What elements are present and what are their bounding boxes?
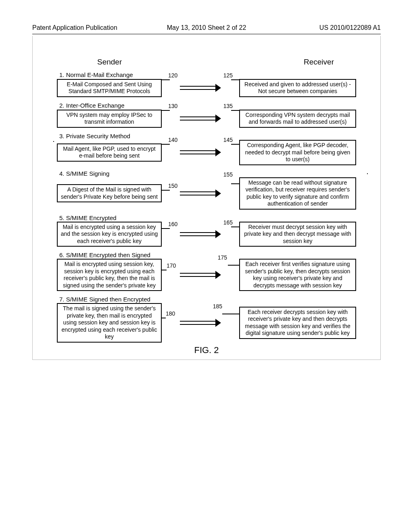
speck-icon [53,141,54,142]
row-1-receiver-box: Received and given to addressed user(s) … [239,79,356,97]
row-3-sender-ref: 140 [168,137,177,143]
arrow-icon [162,84,239,92]
row-7-sender-box: The mail is signed using the sender's pr… [57,303,162,343]
header-right: US 2010/0122089 A1 [265,24,381,31]
row-4-sender-box: A Digest of the Mail is signed with send… [57,184,162,202]
row-5-receiver-ref: 165 [223,219,233,226]
sender-heading: Sender [97,58,122,66]
arrow-icon [162,319,239,327]
row-1-sender-box: E-Mail Composed and Sent Using Standard … [57,79,162,97]
page-header: Patent Application Publication May 13, 2… [32,24,381,34]
row-7-receiver-ref: 185 [213,303,222,310]
row-4-connector: 150 155 [162,184,239,203]
row-1-connector: 120 125 [162,79,239,97]
row-1-receiver-ref: 125 [223,72,233,79]
row-6-sender-box: Mail is encrypted using session key, ses… [57,259,162,291]
row-3: 3. Private Security Method Mail Agent, l… [57,133,356,165]
speck-icon [367,173,368,174]
row-4-receiver-ref: 155 [223,171,233,178]
row-2-receiver-box: Corresponding VPN system decrypts mail a… [239,110,356,128]
row-6-receiver-ref: 175 [218,254,227,261]
row-1-title: 1. Normal E-Mail Exchange [59,71,356,78]
row-4-receiver-box: Message can be read without signature ve… [239,177,356,210]
row-2-sender-ref: 130 [168,103,177,109]
row-6-title: 6. S/MIME Encrypted then Signed [59,251,356,258]
row-7-sender-ref: 180 [166,310,175,317]
row-1: 1. Normal E-Mail Exchange E-Mail Compose… [57,71,356,97]
row-2-connector: 130 135 [162,109,239,128]
row-2-title: 2. Inter-Office Exchange [59,102,356,109]
arrow-icon [162,148,239,156]
row-5-connector: 160 165 [162,225,239,243]
lead-line-icon [228,260,240,266]
row-2-sender-box: VPN system may employ IPSec to transmit … [57,110,162,128]
row-4: 4. S/MIME Signing A Digest of the Mail i… [57,170,356,210]
arrow-icon [162,114,239,123]
row-1-sender-ref: 120 [168,72,177,79]
row-3-title: 3. Private Security Method [59,133,356,139]
row-7-connector: 180 185 [162,314,239,332]
figure-caption: FIG. 2 [57,345,356,355]
row-3-connector: 140 145 [162,143,239,162]
header-mid: May 13, 2010 Sheet 2 of 22 [148,24,265,31]
row-3-receiver-ref: 145 [223,137,233,143]
arrow-icon [162,189,239,197]
row-3-receiver-box: Corresponding Agent, like PGP decoder, n… [239,140,356,165]
header-left: Patent Application Publication [32,24,148,31]
row-5-title: 5. S/MIME Encrypted [59,214,356,221]
row-2-receiver-ref: 135 [223,103,233,109]
row-2: 2. Inter-Office Exchange VPN system may … [57,102,356,128]
lead-line-icon [231,179,240,184]
row-7: 7. S/MIME Signed then Encrypted The mail… [57,296,356,343]
row-7-receiver-box: Each receiver decrypts session key with … [239,307,356,339]
row-6-sender-ref: 170 [167,262,176,269]
row-5-sender-ref: 160 [168,221,177,227]
row-5-receiver-box: Receiver must decrypt session key with p… [239,222,356,247]
patent-page: Patent Application Publication May 13, 2… [0,0,413,532]
arrow-icon [162,271,239,279]
row-4-title: 4. S/MIME Signing [59,170,356,177]
arrow-icon [162,230,239,238]
column-headers: Sender Receiver [97,58,334,66]
row-6-connector: 170 175 [162,266,239,284]
row-5-sender-box: Mail is encrypted using a session key an… [57,222,162,247]
figure-panel: Sender Receiver 1. Normal E-Mail Exchang… [32,36,381,360]
row-3-sender-box: Mail Agent, like PGP, used to encrypt e-… [57,143,162,162]
row-6-receiver-box: Each receiver first verifies signature u… [239,259,356,291]
receiver-heading: Receiver [304,58,334,66]
row-5: 5. S/MIME Encrypted Mail is encrypted us… [57,214,356,247]
row-7-title: 7. S/MIME Signed then Encrypted [59,296,356,303]
lead-line-icon [222,309,240,314]
row-6: 6. S/MIME Encrypted then Signed Mail is … [57,251,356,291]
row-4-sender-ref: 150 [168,183,177,189]
